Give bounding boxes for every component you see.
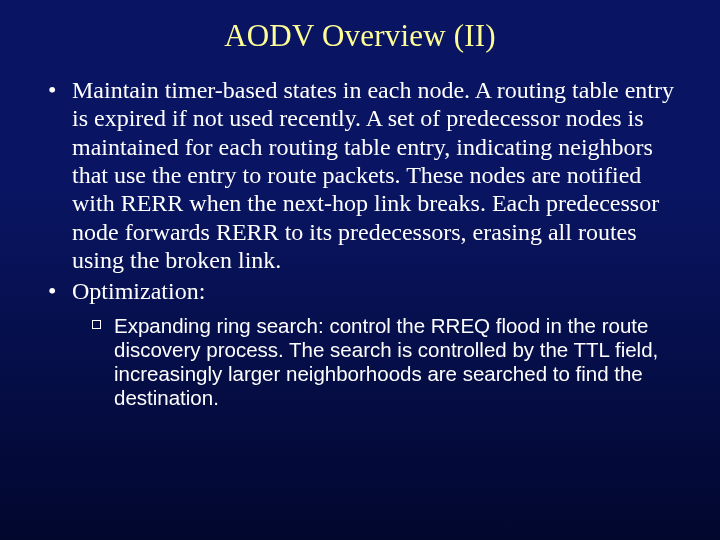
bullet-text: Maintain timer-based states in each node…: [72, 77, 674, 273]
bullet-list-level2: Expanding ring search: control the RREQ …: [72, 314, 678, 411]
bullet-text: Optimization:: [72, 278, 205, 304]
slide-title: AODV Overview (II): [42, 18, 678, 54]
list-item: Optimization: Expanding ring search: con…: [72, 277, 678, 410]
list-item: Expanding ring search: control the RREQ …: [114, 314, 678, 411]
list-item: Maintain timer-based states in each node…: [72, 76, 678, 274]
slide: AODV Overview (II) Maintain timer-based …: [0, 0, 720, 540]
bullet-list-level1: Maintain timer-based states in each node…: [42, 76, 678, 410]
sub-bullet-text: Expanding ring search: control the RREQ …: [114, 314, 658, 410]
